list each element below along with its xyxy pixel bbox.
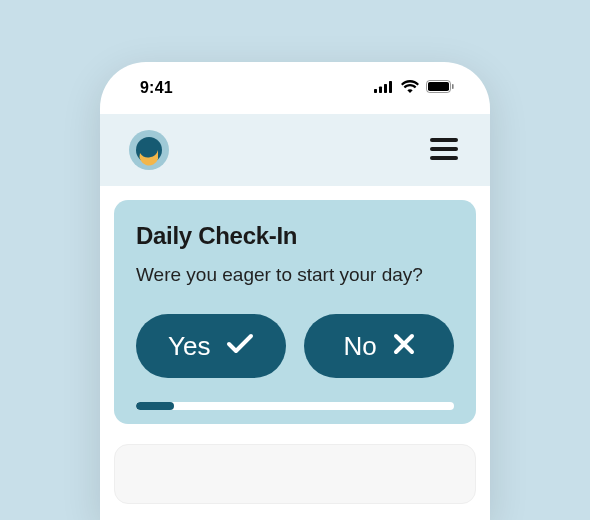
app-header [100,114,490,186]
battery-icon [426,79,454,97]
yes-button[interactable]: Yes [136,314,286,378]
svg-rect-6 [452,84,454,89]
wifi-icon [401,79,419,97]
card-question: Were you eager to start your day? [136,264,454,286]
no-button[interactable]: No [304,314,454,378]
content-area: Daily Check-In Were you eager to start y… [100,186,490,424]
svg-rect-5 [428,82,449,91]
svg-rect-1 [379,87,382,94]
status-icons [374,79,454,97]
next-card-preview [114,444,476,504]
card-title: Daily Check-In [136,222,454,250]
answer-buttons: Yes No [136,314,454,378]
hamburger-icon [430,148,458,163]
status-bar: 9:41 [100,62,490,114]
no-label: No [344,331,377,362]
check-icon [226,331,254,362]
svg-rect-0 [374,89,377,93]
x-icon [393,331,415,362]
daily-checkin-card: Daily Check-In Were you eager to start y… [114,200,476,424]
svg-rect-2 [384,84,387,93]
cellular-icon [374,79,394,97]
svg-rect-9 [430,138,458,142]
svg-rect-11 [430,156,458,160]
status-time: 9:41 [140,79,173,97]
progress-fill [136,402,174,410]
progress-track [136,402,454,410]
app-logo [128,129,170,171]
hamburger-menu-button[interactable] [426,134,462,167]
svg-rect-3 [389,81,392,93]
phone-frame: 9:41 Daily C [100,62,490,520]
svg-rect-10 [430,147,458,151]
yes-label: Yes [168,331,210,362]
